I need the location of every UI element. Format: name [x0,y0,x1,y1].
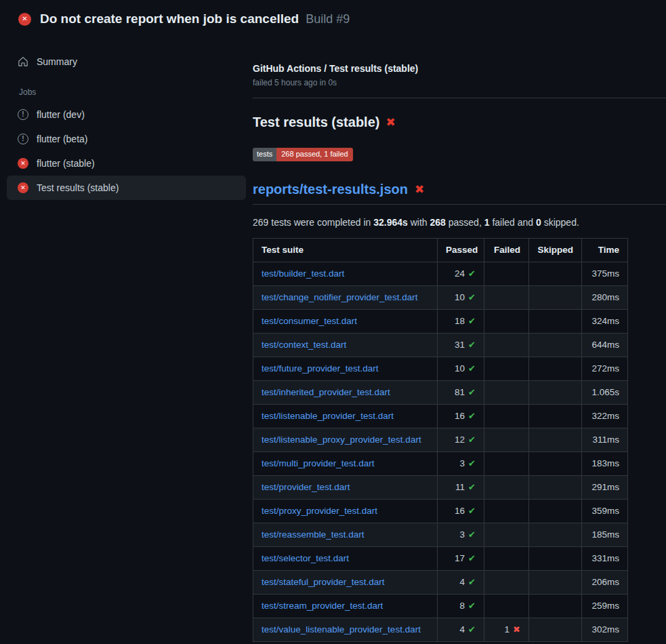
check-icon: ✔ [468,577,476,587]
breadcrumb: GitHub Actions / Test results (stable) [253,63,666,74]
sidebar-item-label: flutter (dev) [37,109,85,120]
skipped-cell [529,547,582,571]
test-suite-link[interactable]: test/multi_provider_test.dart [262,458,375,468]
skipped-cell [529,618,582,642]
test-suite-link[interactable]: test/future_provider_test.dart [262,363,379,374]
summary-failed-count: 1 [484,217,490,228]
table-row: test/context_test.dart 31✔ 644ms [253,334,628,357]
test-suite-link[interactable]: test/inherited_provider_test.dart [262,387,390,397]
check-icon: ✔ [468,435,476,445]
sidebar: Summary Jobs ! flutter (dev) ! flutter (… [0,37,253,200]
failed-cell [484,523,529,547]
failed-cell [484,262,529,286]
run-status-line: failed 5 hours ago in 0s [253,78,666,87]
time-cell: 291ms [582,476,628,500]
sidebar-item-flutter-beta[interactable]: ! flutter (beta) [7,127,246,151]
table-row: test/builder_test.dart 24✔ 375ms [253,262,628,286]
failed-cell [484,286,529,310]
sidebar-item-label: flutter (beta) [37,134,87,144]
sidebar-item-flutter-dev[interactable]: ! flutter (dev) [7,102,246,127]
summary-duration: 32.964s [373,217,408,228]
skipped-cell [529,310,582,334]
passed-count: 4 [460,624,465,635]
check-icon: ✔ [468,411,476,421]
failed-cell [484,452,529,476]
test-suite-link[interactable]: test/listenable_proxy_provider_test.dart [262,435,421,445]
summary-segment: failed and [490,217,537,228]
sidebar-item-flutter-stable[interactable]: ✕ flutter (stable) [7,151,246,176]
time-cell: 183ms [582,452,628,476]
table-row: test/change_notifier_provider_test.dart … [253,286,628,310]
sidebar-item-label: flutter (stable) [37,158,95,169]
time-cell: 280ms [582,286,628,310]
sidebar-item-summary[interactable]: Summary [7,49,246,74]
sidebar-item-label: Summary [37,56,77,67]
failed-cell [484,571,529,595]
test-suite-link[interactable]: test/context_test.dart [262,340,346,350]
passed-cell: 17✔ [438,547,484,571]
test-suite-cell: test/reassemble_test.dart [253,523,438,547]
test-suite-link[interactable]: test/proxy_provider_test.dart [262,506,377,516]
time-cell: 324ms [582,310,628,334]
table-row: test/proxy_provider_test.dart 16✔ 359ms [253,500,628,523]
test-suite-link[interactable]: test/change_notifier_provider_test.dart [262,292,417,302]
summary-segment: 269 tests were completed in [253,217,373,228]
test-suite-link[interactable]: test/consumer_test.dart [262,316,357,326]
report-heading: reports/test-results.json ✖ [253,182,666,205]
skipped-cell [529,357,582,381]
failed-cell [484,405,529,428]
test-suite-link[interactable]: test/selector_test.dart [262,553,349,563]
cross-icon: ✖ [513,624,520,635]
time-cell: 185ms [582,523,628,547]
test-suite-cell: test/selector_test.dart [253,547,438,571]
passed-cell: 3✔ [438,452,484,476]
test-suite-link[interactable]: test/builder_test.dart [262,268,344,279]
passed-cell: 24✔ [438,262,484,286]
test-suite-cell: test/proxy_provider_test.dart [253,500,438,523]
passed-cell: 10✔ [438,357,484,381]
test-suite-link[interactable]: test/provider_test.dart [262,482,350,492]
sidebar-item-label: Test results (stable) [37,182,119,193]
build-number: Build #9 [306,12,350,26]
column-header-failed: Failed [484,239,529,262]
report-file-link[interactable]: reports/test-results.json [253,182,408,197]
failed-cell [484,595,529,618]
check-icon: ✔ [468,340,476,350]
passed-cell: 11✔ [438,476,484,500]
failed-cell [484,547,529,571]
skipped-cell [529,595,582,618]
test-suite-cell: test/change_notifier_provider_test.dart [253,286,438,310]
check-icon: ✔ [468,601,476,611]
table-row: test/future_provider_test.dart 10✔ 272ms [253,357,628,381]
test-suite-cell: test/multi_provider_test.dart [253,452,438,476]
passed-cell: 18✔ [438,310,484,334]
table-row: test/stream_provider_test.dart 8✔ 259ms [253,595,628,618]
skipped-cell [529,405,582,428]
test-suite-link[interactable]: test/listenable_provider_test.dart [262,411,394,421]
summary-skipped-count: 0 [536,217,541,228]
test-suite-cell: test/listenable_provider_test.dart [253,405,438,428]
time-cell: 259ms [582,595,628,618]
check-icon: ✔ [468,458,476,468]
skipped-cell [529,571,582,595]
x-circle-icon: ✕ [18,182,28,193]
table-row: test/stateful_provider_test.dart 4✔ 206m… [253,571,628,595]
test-suite-link[interactable]: test/value_listenable_provider_test.dart [262,624,421,635]
skipped-cell [529,381,582,405]
layout: Summary Jobs ! flutter (dev) ! flutter (… [0,37,666,642]
passed-cell: 4✔ [438,571,484,595]
failed-cell [484,334,529,357]
test-suite-cell: test/context_test.dart [253,334,438,357]
skipped-cell [529,334,582,357]
test-suite-link[interactable]: test/stream_provider_test.dart [262,601,383,611]
sidebar-item-test-results-stable[interactable]: ✕ Test results (stable) [7,176,246,200]
table-row: test/selector_test.dart 17✔ 331ms [253,547,628,571]
test-suite-link[interactable]: test/reassemble_test.dart [262,529,365,540]
badge-label: tests [253,148,276,161]
passed-cell: 12✔ [438,428,484,452]
passed-cell: 3✔ [438,523,484,547]
test-suite-link[interactable]: test/stateful_provider_test.dart [262,577,385,587]
time-cell: 644ms [582,334,628,357]
tests-badge: tests 268 passed, 1 failed [253,148,353,161]
jobs-section-label: Jobs [0,74,253,102]
